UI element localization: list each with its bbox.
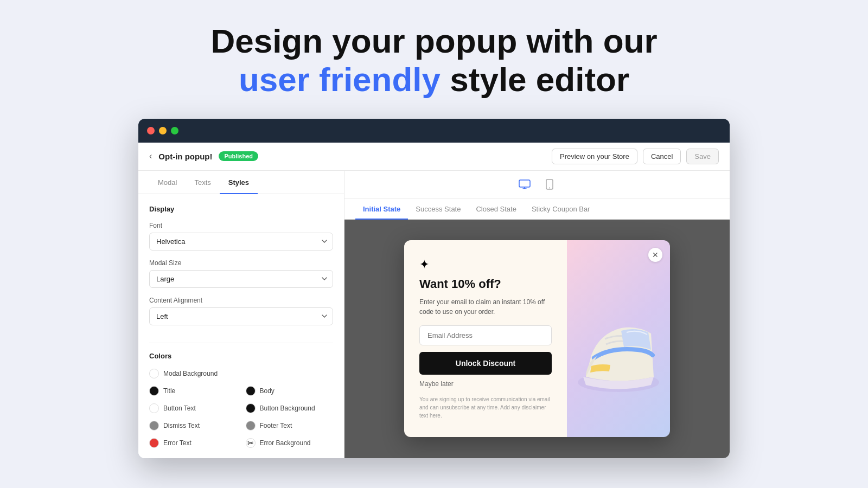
app-main: Modal Texts Styles Display Font Helvetic… — [138, 171, 730, 458]
color-swatch-dismiss[interactable] — [149, 421, 159, 431]
state-tab-initial[interactable]: Initial State — [355, 198, 408, 220]
app-title: Opt-in popup! — [158, 152, 212, 161]
app-header: ‹ Opt-in popup! Published Preview on you… — [138, 143, 730, 171]
color-btn-text: Button Text — [149, 403, 237, 413]
hero-line1: Design your popup with our — [210, 22, 657, 60]
color-footer: Footer Text — [246, 421, 334, 431]
color-row-error: Error Text ✂ Error Background — [149, 438, 333, 448]
color-swatch-error-bg[interactable]: ✂ — [246, 438, 256, 448]
color-error-text: Error Text — [149, 438, 237, 448]
color-swatch-footer[interactable] — [246, 421, 256, 431]
device-mobile-icon[interactable] — [541, 176, 558, 192]
popup-cta-button[interactable]: Unlock Discount — [419, 352, 552, 375]
color-dismiss: Dismiss Text — [149, 421, 237, 431]
font-select[interactable]: Helvetica Arial Georgia — [149, 233, 333, 251]
color-modal-bg: Modal Background — [149, 369, 333, 378]
tab-texts[interactable]: Texts — [186, 171, 219, 194]
color-label-footer: Footer Text — [260, 422, 292, 429]
tab-styles[interactable]: Styles — [220, 171, 258, 194]
hero-line2-blue: user friendly — [239, 61, 441, 98]
tab-bar: Modal Texts Styles — [138, 171, 344, 194]
shoe-illustration — [567, 240, 670, 436]
color-row-btn: Button Text Button Background — [149, 403, 333, 413]
state-tab-closed[interactable]: Closed State — [468, 198, 524, 220]
popup-subtext: Enter your email to claim an instant 10%… — [419, 297, 552, 317]
content-align-select[interactable]: Left Center Right — [149, 307, 333, 325]
popup-left: ✦ Want 10% off? Enter your email to clai… — [404, 240, 567, 436]
color-swatch-error-text[interactable] — [149, 438, 159, 448]
color-btn-bg: Button Background — [246, 403, 334, 413]
preview-area: Initial State Success State Closed State… — [344, 171, 730, 458]
color-label-dismiss: Dismiss Text — [163, 422, 200, 429]
device-desktop-icon[interactable] — [516, 176, 533, 192]
popup-right — [567, 240, 670, 436]
preview-topbar — [344, 171, 730, 198]
save-button[interactable]: Save — [686, 149, 719, 164]
app-header-right: Preview on your Store Cancel Save — [552, 149, 719, 164]
modal-size-select[interactable]: Large Medium Small — [149, 270, 333, 288]
content-align-label: Content Alignment — [149, 297, 333, 304]
display-section-title: Display — [149, 205, 333, 213]
browser-dot-green[interactable] — [171, 127, 178, 134]
color-row-modal-bg: Modal Background — [149, 369, 333, 378]
hero-line2-dark: style editor — [441, 61, 629, 98]
color-row-title-body: Title Body — [149, 386, 333, 396]
popup-heading: Want 10% off? — [419, 277, 552, 291]
svg-point-4 — [549, 187, 550, 188]
browser-window: ‹ Opt-in popup! Published Preview on you… — [138, 119, 730, 458]
popup-maybe-later[interactable]: Maybe later — [419, 380, 552, 388]
sidebar: Modal Texts Styles Display Font Helvetic… — [138, 171, 344, 458]
color-swatch-body[interactable] — [246, 386, 256, 396]
color-label-btn-text: Button Text — [163, 404, 196, 412]
font-label: Font — [149, 222, 333, 229]
tab-modal[interactable]: Modal — [149, 171, 186, 194]
state-tab-success[interactable]: Success State — [408, 198, 468, 220]
color-title: Title — [149, 386, 237, 396]
svg-rect-0 — [519, 180, 530, 187]
color-label-btn-bg: Button Background — [260, 404, 315, 412]
color-label-error-bg: Error Background — [260, 439, 311, 447]
color-label-body: Body — [260, 387, 275, 395]
browser-body: ‹ Opt-in popup! Published Preview on you… — [138, 143, 730, 458]
modal-size-label: Modal Size — [149, 259, 333, 267]
color-swatch-btn-bg[interactable] — [246, 403, 256, 413]
color-error-bg: ✂ Error Background — [246, 438, 334, 448]
color-label-modal-bg: Modal Background — [163, 370, 218, 377]
color-swatch-modal-bg[interactable] — [149, 369, 159, 378]
preview-canvas: ✕ ✦ Want 10% off? Enter your email to cl… — [344, 220, 730, 458]
app-header-left: ‹ Opt-in popup! Published — [149, 151, 258, 161]
popup-email-input[interactable] — [419, 325, 552, 345]
browser-dot-yellow[interactable] — [159, 127, 167, 134]
browser-titlebar — [138, 119, 730, 143]
colors-section-title: Colors — [149, 352, 333, 360]
hero-line2: user friendly style editor — [210, 60, 657, 99]
hero-title: Design your popup with our user friendly… — [210, 22, 657, 99]
back-button[interactable]: ‹ — [149, 151, 152, 161]
popup-icon: ✦ — [419, 258, 552, 272]
preview-button[interactable]: Preview on your Store — [552, 149, 637, 164]
cancel-button[interactable]: Cancel — [643, 149, 681, 164]
state-tab-sticky[interactable]: Sticky Coupon Bar — [524, 198, 598, 220]
state-tabs: Initial State Success State Closed State… — [344, 198, 730, 220]
color-swatch-btn-text[interactable] — [149, 403, 159, 413]
sidebar-content: Display Font Helvetica Arial Georgia Mod… — [138, 194, 344, 458]
color-body: Body — [246, 386, 334, 396]
color-label-title: Title — [163, 387, 175, 395]
divider — [149, 343, 333, 343]
color-label-error-text: Error Text — [163, 439, 192, 447]
color-swatch-title[interactable] — [149, 386, 159, 396]
popup-modal: ✕ ✦ Want 10% off? Enter your email to cl… — [404, 240, 670, 436]
popup-disclaimer: You are signing up to receive communicat… — [419, 395, 552, 420]
published-badge: Published — [219, 151, 258, 161]
browser-dot-red[interactable] — [147, 127, 155, 134]
color-row-dismiss-footer: Dismiss Text Footer Text — [149, 421, 333, 431]
